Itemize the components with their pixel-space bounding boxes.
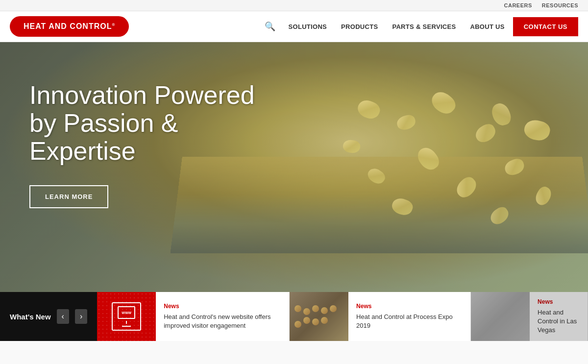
news-cards-container: WWW News Heat and Control's new website …	[97, 292, 588, 341]
news-card-3-text: News Heat and Control in Las Vegas	[530, 292, 588, 341]
logo-brand: HEAT AND CONTROL	[24, 22, 112, 30]
news-card-1-text: News Heat and Control's new website offe…	[156, 292, 289, 341]
whats-new-text: What's New	[10, 313, 51, 321]
custom-solutions-section: CUSTOM SOLUTIONS Integrated solutions de…	[0, 341, 588, 364]
news-tag-1: News	[164, 303, 281, 310]
careers-link[interactable]: CAREERS	[504, 2, 532, 8]
chips-visual	[318, 91, 564, 238]
search-icon: 🔍	[265, 22, 275, 31]
main-nav: 🔍 SOLUTIONS PRODUCTS PARTS & SERVICES AB…	[260, 17, 578, 36]
hero-title: Innovation Powered by Passion & Expertis…	[29, 81, 265, 166]
news-headline-3[interactable]: Heat and Control in Las Vegas	[538, 308, 580, 335]
hero-content: Innovation Powered by Passion & Expertis…	[29, 81, 265, 208]
news-headline-1[interactable]: Heat and Control's new website offers im…	[164, 313, 281, 330]
news-card-2: News Heat and Control at Process Expo 20…	[290, 292, 471, 341]
cookie-8	[312, 318, 319, 325]
cookie-6	[294, 321, 301, 328]
news-card-3: News Heat and Control in Las Vegas	[471, 292, 588, 341]
logo-reg: ®	[112, 23, 115, 27]
cookie-3	[312, 305, 319, 312]
cookie-1	[294, 305, 301, 312]
contact-us-button[interactable]: CONTACT US	[513, 17, 578, 36]
cookie-7	[303, 317, 310, 324]
news-card-1: WWW News Heat and Control's new website …	[97, 292, 290, 341]
cookie-5	[330, 305, 337, 312]
cookie-2	[303, 308, 310, 315]
logo-container[interactable]: HEAT AND CONTROL®	[10, 16, 129, 37]
nav-about-us[interactable]: ABOUT US	[464, 19, 510, 34]
logo-oval: HEAT AND CONTROL®	[10, 16, 129, 37]
news-card-3-image	[471, 292, 530, 341]
nav-products[interactable]: PRODUCTS	[335, 19, 384, 34]
carousel-prev-button[interactable]: ‹	[57, 309, 69, 324]
news-tag-2: News	[356, 303, 463, 310]
whats-new-label: What's New ‹ ›	[0, 292, 97, 341]
carousel-next-button[interactable]: ›	[75, 309, 87, 324]
news-card-2-text: News Heat and Control at Process Expo 20…	[348, 292, 470, 341]
learn-more-button[interactable]: LEARN MORE	[29, 185, 108, 208]
hero-section: Innovation Powered by Passion & Expertis…	[0, 42, 588, 292]
resources-link[interactable]: RESOURCES	[542, 2, 578, 8]
news-card-2-image	[290, 292, 348, 341]
main-header: HEAT AND CONTROL® 🔍 SOLUTIONS PRODUCTS P…	[0, 11, 588, 42]
cookie-dots	[290, 300, 348, 333]
news-headline-2[interactable]: Heat and Control at Process Expo 2019	[356, 313, 463, 330]
nav-solutions[interactable]: SOLUTIONS	[283, 19, 333, 34]
cookie-9	[321, 317, 328, 324]
whats-new-bar: What's New ‹ › WWW News Heat and Control…	[0, 292, 588, 341]
cookie-visual	[290, 292, 348, 341]
red-dots-bg	[97, 292, 156, 341]
news-tag-3: News	[538, 298, 580, 305]
logo-text: HEAT AND CONTROL®	[24, 22, 115, 30]
nav-parts-services[interactable]: PARTS & SERVICES	[386, 19, 462, 34]
search-button[interactable]: 🔍	[260, 19, 280, 34]
utility-bar: CAREERS RESOURCES	[0, 0, 588, 11]
news-card-1-image: WWW	[97, 292, 156, 341]
cookie-4	[321, 307, 328, 314]
